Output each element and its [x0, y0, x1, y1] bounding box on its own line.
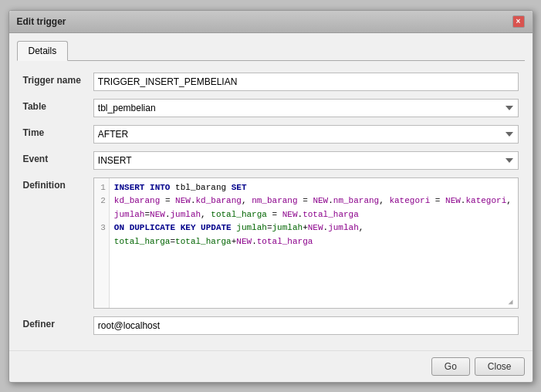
table-label: Table [17, 95, 87, 121]
close-button[interactable]: Close [475, 357, 525, 376]
edit-trigger-dialog: Edit trigger × Details Trigger name Tabl… [8, 10, 533, 383]
dialog-body: Details Trigger name Table tbl_pembelian [9, 33, 533, 346]
dialog-title: Edit trigger [17, 16, 66, 27]
tab-details[interactable]: Details [17, 41, 69, 61]
code-content[interactable]: INSERT INTO tbl_barang SET kd_barang = N… [110, 178, 518, 308]
trigger-name-input[interactable] [93, 73, 519, 91]
table-row: Table tbl_pembelian [17, 95, 525, 121]
definer-input[interactable] [93, 316, 519, 335]
time-label: Time [17, 121, 87, 147]
event-label: Event [17, 147, 87, 174]
event-select-wrapper: INSERT [93, 151, 519, 170]
definition-label: Definition [17, 174, 87, 313]
time-select-wrapper: AFTER [93, 125, 519, 144]
table-select-wrapper: tbl_pembelian [93, 99, 519, 117]
definer-row: Definer [17, 313, 525, 339]
tabs-container: Details [17, 41, 525, 61]
time-select[interactable]: AFTER [93, 125, 519, 144]
code-lines: 1 2 3 INSERT INTO tbl_barang SET kd_bara… [94, 178, 518, 308]
resize-handle[interactable]: ◢ [509, 299, 516, 306]
event-select[interactable]: INSERT [93, 151, 519, 170]
dialog-footer: Go Close [9, 350, 533, 382]
time-row: Time AFTER [17, 121, 525, 147]
dialog-titlebar: Edit trigger × [9, 11, 533, 33]
go-button[interactable]: Go [431, 357, 470, 376]
dialog-close-button[interactable]: × [512, 15, 525, 28]
definer-label: Definer [17, 313, 87, 339]
table-select[interactable]: tbl_pembelian [93, 99, 519, 117]
trigger-name-label: Trigger name [17, 69, 87, 95]
line-numbers: 1 2 3 [94, 178, 110, 308]
code-editor[interactable]: 1 2 3 INSERT INTO tbl_barang SET kd_bara… [93, 177, 519, 309]
form-table: Trigger name Table tbl_pembelian Time [17, 69, 525, 339]
definition-row: Definition 1 2 3 INSERT INTO tbl_barang [17, 174, 525, 313]
trigger-name-row: Trigger name [17, 69, 525, 95]
event-row: Event INSERT [17, 147, 525, 174]
